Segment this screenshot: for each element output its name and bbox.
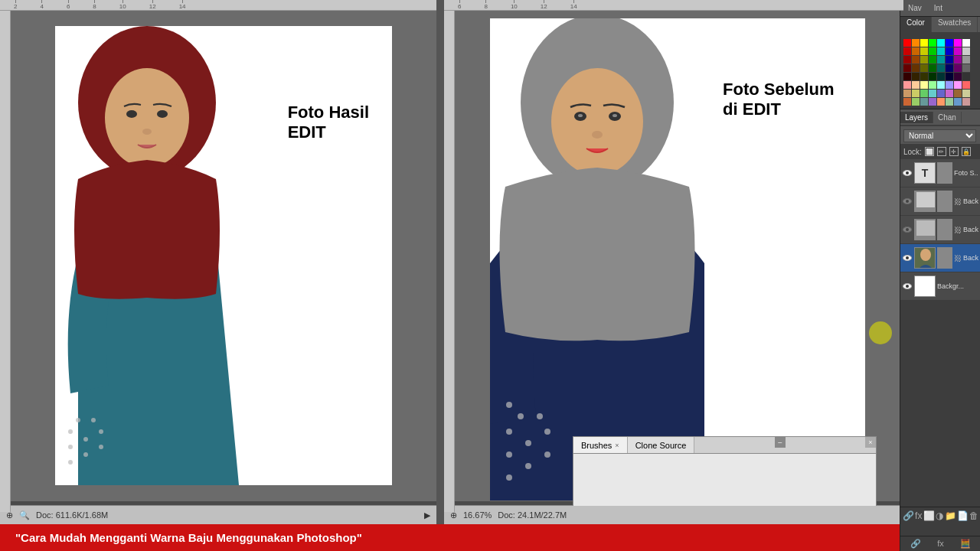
blend-mode-select[interactable]: Normal bbox=[903, 129, 976, 142]
color-swatch[interactable] bbox=[946, 39, 953, 47]
tab-channels[interactable]: Chan bbox=[933, 112, 962, 123]
color-swatch[interactable] bbox=[912, 56, 920, 64]
tab-swatches[interactable]: Swatches bbox=[932, 17, 978, 32]
lock-paint-icon[interactable]: ✏ bbox=[937, 147, 946, 156]
color-swatch[interactable] bbox=[962, 39, 970, 47]
layer-visibility-text[interactable] bbox=[902, 168, 913, 178]
color-swatch[interactable] bbox=[903, 73, 911, 80]
lock-all-icon[interactable]: 🔒 bbox=[962, 147, 971, 156]
color-swatch[interactable] bbox=[937, 64, 945, 72]
color-swatch[interactable] bbox=[937, 47, 945, 55]
layer-visibility-bg-white[interactable] bbox=[902, 281, 913, 292]
tab-int[interactable]: Int bbox=[929, 2, 947, 14]
layer-item-bg-main[interactable]: ⛓ Backgr... bbox=[900, 244, 980, 272]
color-swatch[interactable] bbox=[962, 64, 970, 72]
color-swatch[interactable] bbox=[954, 64, 962, 72]
canvas-left[interactable]: Foto Hasil EDIT bbox=[11, 11, 436, 501]
color-swatch[interactable] bbox=[954, 90, 962, 97]
color-swatch[interactable] bbox=[929, 56, 936, 64]
color-swatch[interactable] bbox=[929, 98, 936, 106]
color-swatch[interactable] bbox=[903, 81, 911, 89]
color-swatch[interactable] bbox=[962, 81, 970, 89]
layer-visibility-3[interactable] bbox=[902, 224, 913, 235]
photo-doc-right[interactable]: Foto Sebelum di EDIT bbox=[490, 18, 865, 500]
color-swatch[interactable] bbox=[929, 64, 936, 72]
tab-color[interactable]: Color bbox=[900, 17, 932, 32]
color-swatch[interactable] bbox=[929, 39, 936, 47]
layer-item-2[interactable]: ⛓ Backgr... bbox=[900, 187, 980, 215]
color-swatch[interactable] bbox=[937, 73, 945, 80]
color-swatch[interactable] bbox=[954, 56, 962, 64]
color-swatch[interactable] bbox=[937, 39, 945, 47]
layer-item-bg-white[interactable]: Backgr... bbox=[900, 272, 980, 300]
color-swatch[interactable] bbox=[929, 81, 936, 89]
color-swatch[interactable] bbox=[937, 81, 945, 89]
new-layer-icon[interactable]: 📄 bbox=[957, 510, 969, 521]
color-swatch[interactable] bbox=[912, 39, 920, 47]
lock-move-icon[interactable]: ✛ bbox=[949, 147, 959, 156]
color-swatch[interactable] bbox=[903, 90, 911, 97]
scroll-right-left[interactable]: ▶ bbox=[424, 510, 430, 520]
link-layers-icon[interactable]: 🔗 bbox=[903, 510, 914, 521]
color-swatch[interactable] bbox=[946, 64, 953, 72]
color-swatch[interactable] bbox=[946, 81, 953, 89]
color-swatch[interactable] bbox=[929, 90, 936, 97]
fx-icon-bottom[interactable]: fx bbox=[937, 539, 944, 549]
panel-close-btn[interactable]: × bbox=[865, 437, 876, 448]
layer-visibility-2[interactable] bbox=[902, 196, 913, 207]
color-swatches-grid[interactable] bbox=[903, 39, 977, 106]
layer-item-3[interactable]: ⛓ Backgr... bbox=[900, 216, 980, 243]
color-swatch[interactable] bbox=[920, 98, 928, 106]
color-swatch[interactable] bbox=[912, 98, 920, 106]
color-swatch[interactable] bbox=[954, 73, 962, 80]
color-swatch[interactable] bbox=[962, 56, 970, 64]
panel-minimize-btn[interactable]: – bbox=[775, 437, 786, 448]
color-swatch[interactable] bbox=[962, 98, 970, 106]
color-swatch[interactable] bbox=[946, 47, 953, 55]
color-swatch[interactable] bbox=[920, 56, 928, 64]
color-swatch[interactable] bbox=[912, 81, 920, 89]
color-swatch[interactable] bbox=[903, 98, 911, 106]
color-swatch[interactable] bbox=[954, 81, 962, 89]
color-swatch[interactable] bbox=[920, 64, 928, 72]
color-swatch[interactable] bbox=[954, 47, 962, 55]
layer-style-icon[interactable]: fx bbox=[915, 510, 922, 521]
layer-item-text[interactable]: T Foto S... bbox=[900, 159, 980, 187]
color-swatch[interactable] bbox=[954, 39, 962, 47]
color-swatch[interactable] bbox=[912, 47, 920, 55]
color-swatch[interactable] bbox=[946, 73, 953, 80]
tab-brushes[interactable]: Brushes × bbox=[573, 437, 628, 453]
canvas-right[interactable]: Foto Sebelum di EDIT bbox=[455, 11, 900, 501]
color-swatch[interactable] bbox=[903, 56, 911, 64]
link-icon-bottom[interactable]: 🔗 bbox=[910, 539, 921, 549]
lock-transparency-icon[interactable]: ⬜ bbox=[925, 147, 934, 156]
tab-layers[interactable]: Layers bbox=[900, 112, 933, 123]
color-swatch[interactable] bbox=[912, 64, 920, 72]
color-swatch[interactable] bbox=[962, 73, 970, 80]
color-swatch[interactable] bbox=[962, 90, 970, 97]
color-swatch[interactable] bbox=[946, 56, 953, 64]
color-swatch[interactable] bbox=[920, 90, 928, 97]
color-swatch[interactable] bbox=[920, 73, 928, 80]
color-swatch[interactable] bbox=[912, 90, 920, 97]
color-swatch[interactable] bbox=[920, 81, 928, 89]
close-brushes-icon[interactable]: × bbox=[615, 442, 619, 449]
layer-mask-btn-icon[interactable]: ⬜ bbox=[923, 510, 935, 521]
delete-layer-icon[interactable]: 🗑 bbox=[969, 510, 978, 521]
adjustment-layer-icon[interactable]: ◑ bbox=[936, 510, 943, 521]
color-swatch[interactable] bbox=[962, 47, 970, 55]
color-swatch[interactable] bbox=[920, 47, 928, 55]
color-swatch[interactable] bbox=[946, 98, 953, 106]
color-swatch[interactable] bbox=[903, 47, 911, 55]
new-group-icon[interactable]: 📁 bbox=[945, 510, 956, 521]
layer-visibility-bg-main[interactable] bbox=[902, 253, 913, 263]
photo-doc-left[interactable]: Foto Hasil EDIT bbox=[55, 26, 392, 485]
color-swatch[interactable] bbox=[903, 39, 911, 47]
color-swatch[interactable] bbox=[946, 90, 953, 97]
color-swatch[interactable] bbox=[920, 39, 928, 47]
color-swatch[interactable] bbox=[937, 90, 945, 97]
color-swatch[interactable] bbox=[954, 98, 962, 106]
color-swatch[interactable] bbox=[929, 47, 936, 55]
calc-icon-bottom[interactable]: 🧮 bbox=[960, 539, 971, 549]
color-swatch[interactable] bbox=[903, 64, 911, 72]
